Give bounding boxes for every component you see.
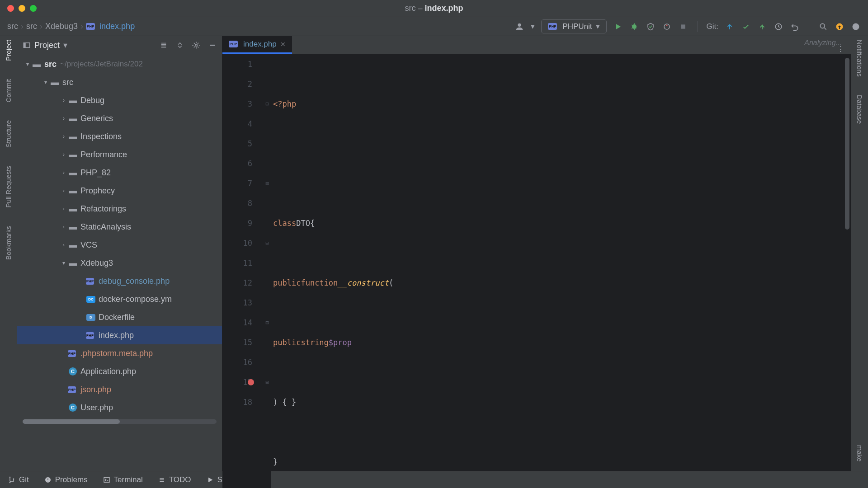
line-number: 16 [222, 352, 252, 372]
folder-icon: ▬ [68, 132, 78, 141]
git-pull-icon[interactable] [725, 22, 735, 32]
chevron-right-icon: › [40, 22, 42, 31]
user-avatar-icon[interactable] [514, 22, 524, 32]
breadcrumb-seg[interactable]: src [7, 22, 18, 31]
coverage-icon[interactable] [646, 22, 656, 32]
tree-file-selected[interactable]: PHPindex.php [17, 326, 222, 344]
debug-icon[interactable] [629, 22, 639, 32]
tree-file[interactable]: CApplication.php [17, 362, 222, 380]
rail-make[interactable]: make [856, 445, 863, 462]
svg-point-14 [9, 482, 11, 483]
tree-file[interactable]: CUser.php [17, 399, 222, 417]
tree-folder[interactable]: ›▬VCS [17, 236, 222, 254]
fold-icon[interactable]: ⊟ [263, 94, 271, 114]
breadcrumb[interactable]: src › src › Xdebug3 › PHP index.php [7, 22, 135, 31]
bottom-terminal[interactable]: Terminal [103, 475, 143, 484]
tab-label: index.php [243, 40, 277, 49]
run-config-selector[interactable]: PHP PHPUnit ▾ [541, 19, 606, 33]
rail-notifications[interactable]: Notifications [856, 40, 863, 77]
fold-icon[interactable]: ⊟ [263, 313, 271, 333]
rail-bookmarks[interactable]: Bookmarks [5, 226, 12, 260]
editor-scrollbar[interactable] [844, 54, 851, 471]
git-commit-icon[interactable] [741, 22, 751, 32]
code-area[interactable]: <?php class DTO { public function __cons… [271, 54, 851, 488]
tree-folder[interactable]: ›▬Prophecy [17, 182, 222, 200]
git-label: Git: [707, 22, 718, 31]
fold-icon[interactable]: ⊟ [263, 233, 271, 253]
dropdown-arrow-icon[interactable]: ▾ [531, 22, 535, 31]
run-config-label: PHPUnit [562, 22, 592, 31]
minimize-window[interactable] [19, 5, 25, 12]
breadcrumb-seg[interactable]: Xdebug3 [45, 22, 78, 31]
right-tool-rail: Notifications Database make [851, 36, 868, 471]
tree-file[interactable]: DCdocker-compose.ym [17, 290, 222, 308]
editor-content[interactable]: 1 2 3 4 5 6 7 8 9 10 11 12 13 14 15 16 1… [222, 54, 851, 488]
bottom-todo[interactable]: TODO [158, 475, 191, 484]
tree-file[interactable]: PHP.phpstorm.meta.php [17, 344, 222, 362]
panel-title[interactable]: Project ▾ [23, 40, 67, 50]
rail-project[interactable]: Project [5, 40, 12, 61]
tree-label: Generics [80, 114, 113, 123]
select-opened-icon[interactable] [160, 41, 168, 49]
rail-commit[interactable]: Commit [5, 79, 12, 103]
titlebar: src – index.php [0, 0, 868, 17]
tab-index-php[interactable]: PHP index.php ✕ [222, 36, 292, 54]
tree-folder[interactable]: ›▬Inspections [17, 127, 222, 145]
line-number: 17 [222, 372, 252, 392]
tree-file[interactable]: PHPdebug_console.php [17, 272, 222, 290]
rail-database[interactable]: Database [856, 95, 863, 124]
maximize-window[interactable] [30, 5, 37, 12]
tree-folder[interactable]: ›▬Performance [17, 145, 222, 164]
horizontal-scrollbar[interactable] [23, 419, 217, 424]
search-icon[interactable] [818, 22, 828, 32]
bottom-problems[interactable]: Problems [44, 475, 88, 484]
svg-point-3 [666, 24, 667, 26]
svg-rect-10 [24, 43, 26, 48]
line-number: 10 [222, 233, 252, 253]
tree-file[interactable]: DDockerfile [17, 308, 222, 326]
ide-settings-icon[interactable] [851, 22, 861, 32]
tree-folder[interactable]: ›▬Refactorings [17, 200, 222, 218]
project-tree[interactable]: ▾ ▬ src ~/projects/JetBrains/202 ▾ ▬ src… [17, 54, 222, 471]
tree-folder[interactable]: ›▬StaticAnalysis [17, 218, 222, 236]
breakpoint-icon[interactable] [248, 379, 254, 385]
tree-folder[interactable]: ›▬Generics [17, 109, 222, 127]
rail-pull-requests[interactable]: Pull Requests [5, 166, 12, 208]
close-window[interactable] [7, 5, 14, 12]
tree-file[interactable]: PHPjson.php [17, 380, 222, 399]
tree-folder-expanded[interactable]: ▾▬Xdebug3 [17, 254, 222, 272]
rail-structure[interactable]: Structure [5, 120, 12, 148]
rollback-icon[interactable] [790, 22, 800, 32]
tree-folder[interactable]: ›▬Debug [17, 91, 222, 109]
bottom-git[interactable]: Git [8, 475, 29, 484]
gutter[interactable]: 1 2 3 4 5 6 7 8 9 10 11 12 13 14 15 16 1… [222, 54, 263, 488]
git-push-icon[interactable] [757, 22, 767, 32]
run-icon[interactable] [613, 22, 623, 32]
line-number: 1 [222, 54, 252, 74]
tree-folder[interactable]: ›▬PHP_82 [17, 164, 222, 182]
sync-icon[interactable] [835, 22, 844, 32]
editor: PHP index.php ✕ ⋮ Analyzing... 1 2 3 4 5… [222, 36, 851, 471]
expand-all-icon[interactable] [176, 41, 184, 49]
breadcrumb-current[interactable]: index.php [99, 22, 135, 31]
profiler-icon[interactable] [662, 22, 672, 32]
line-number: 5 [222, 134, 252, 154]
history-icon[interactable] [774, 22, 783, 32]
close-icon[interactable]: ✕ [280, 41, 286, 48]
gear-icon[interactable] [192, 41, 200, 49]
stop-icon[interactable] [678, 22, 688, 32]
tree-label: index.php [99, 331, 134, 340]
tree-label: Debug [80, 96, 104, 105]
line-number: 6 [222, 154, 252, 174]
scrollbar-thumb[interactable] [845, 58, 849, 230]
breadcrumb-seg[interactable]: src [26, 22, 37, 31]
fold-column[interactable]: ⊟⊟⊟⊟⊟ [263, 54, 271, 488]
tree-root[interactable]: ▾ ▬ src ~/projects/JetBrains/202 [17, 55, 222, 73]
line-number: 11 [222, 253, 252, 273]
fold-icon[interactable]: ⊟ [263, 174, 271, 193]
fold-icon[interactable]: ⊟ [263, 372, 271, 392]
hide-panel-icon[interactable] [208, 41, 217, 49]
tree-folder[interactable]: ▾ ▬ src [17, 73, 222, 91]
tree-label: Inspections [80, 132, 122, 141]
tree-label: Dockerfile [99, 313, 135, 322]
